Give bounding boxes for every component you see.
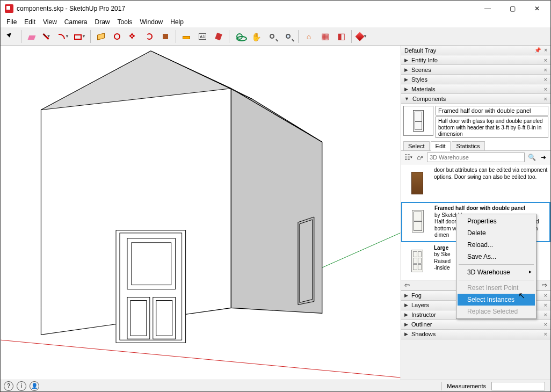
menu-delete[interactable]: Delete bbox=[458, 227, 535, 239]
paint-tool-icon[interactable] bbox=[211, 29, 226, 44]
menu-view[interactable]: View bbox=[39, 17, 61, 27]
view-mode-icon[interactable]: ☷▾ bbox=[403, 153, 413, 162]
menu-edit[interactable]: Edit bbox=[20, 17, 39, 27]
pushpull-tool-icon[interactable] bbox=[93, 29, 108, 44]
menu-window[interactable]: Window bbox=[136, 17, 167, 27]
window-title: components.skp - SketchUp Pro 2017 bbox=[17, 5, 475, 12]
scale-tool-icon[interactable] bbox=[158, 29, 173, 44]
menu-properties[interactable]: Properties bbox=[458, 215, 535, 227]
rectangle-tool-icon[interactable]: ▼ bbox=[73, 29, 88, 44]
panel-outliner[interactable]: ▶Outliner× bbox=[401, 320, 550, 330]
house-drawing bbox=[1, 46, 401, 380]
measurements-input[interactable] bbox=[491, 382, 545, 390]
select-tool-icon[interactable] bbox=[3, 29, 18, 44]
rotate-tool-icon[interactable] bbox=[142, 29, 157, 44]
component-preview bbox=[403, 106, 433, 136]
menu-tools[interactable]: Tools bbox=[114, 17, 136, 27]
minimize-button[interactable]: — bbox=[475, 1, 500, 17]
menu-draw[interactable]: Draw bbox=[91, 17, 114, 27]
context-menu: Properties Delete Reload... Save As... 3… bbox=[456, 214, 536, 319]
main-toolbar: ▼ ▼ ▼ ✥ A1 ✋ ⌂ ▦ ◧ ▼ bbox=[1, 27, 550, 46]
forward-icon[interactable]: ➜ bbox=[539, 153, 548, 162]
layout-icon[interactable]: ◧ bbox=[334, 29, 349, 44]
app-icon bbox=[5, 4, 13, 13]
component-tabs: Select Edit Statistics bbox=[401, 140, 550, 151]
tray-header[interactable]: Default Tray 📌× bbox=[401, 46, 550, 55]
line-tool-icon[interactable]: ▼ bbox=[40, 29, 55, 44]
svg-marker-15 bbox=[300, 220, 313, 303]
status-bar: ? i 👤 Measurements bbox=[1, 380, 550, 391]
tray-title: Default Tray bbox=[404, 47, 436, 54]
forward-nav-icon[interactable]: ⇨ bbox=[542, 281, 547, 289]
warehouse-icon[interactable]: ⌂ bbox=[301, 29, 316, 44]
zoom-tool-icon[interactable] bbox=[264, 29, 279, 44]
measurements-label: Measurements bbox=[441, 383, 491, 389]
component-name-input[interactable] bbox=[436, 106, 548, 115]
close-button[interactable]: ✕ bbox=[525, 1, 549, 17]
move-tool-icon[interactable]: ✥ bbox=[126, 29, 141, 44]
zoom-extents-icon[interactable] bbox=[280, 29, 295, 44]
panel-close-icon[interactable]: × bbox=[544, 57, 547, 63]
panel-scenes[interactable]: ▶Scenes× bbox=[401, 65, 550, 75]
panel-styles[interactable]: ▶Styles× bbox=[401, 75, 550, 84]
menu-select-instances[interactable]: Select Instances bbox=[458, 294, 535, 306]
offset-tool-icon[interactable] bbox=[110, 29, 125, 44]
menu-replace-selected: Replace Selected bbox=[458, 306, 535, 317]
list-item[interactable]: door but attributes can be edited via co… bbox=[401, 164, 550, 202]
component-desc-input[interactable]: Half door with glass top and double pane… bbox=[436, 117, 548, 138]
menu-help[interactable]: Help bbox=[166, 17, 187, 27]
panel-entity-info[interactable]: ▶Entity Info× bbox=[401, 55, 550, 65]
menu-camera[interactable]: Camera bbox=[61, 17, 91, 27]
search-icon[interactable]: 🔍 bbox=[527, 153, 536, 162]
back-icon[interactable]: ⇦ bbox=[404, 281, 410, 289]
menu-3dwarehouse[interactable]: 3D Warehouse▸ bbox=[458, 266, 535, 278]
maximize-button[interactable]: ▢ bbox=[500, 1, 525, 17]
panel-components[interactable]: ▼Components× bbox=[401, 94, 550, 104]
window-titlebar: components.skp - SketchUp Pro 2017 — ▢ ✕ bbox=[1, 1, 550, 17]
ruby-console-icon[interactable]: ▼ bbox=[354, 29, 369, 44]
arc-tool-icon[interactable]: ▼ bbox=[56, 29, 71, 44]
tab-edit[interactable]: Edit bbox=[431, 141, 451, 151]
default-tray: Default Tray 📌× ▶Entity Info× ▶Scenes× ▶… bbox=[401, 46, 550, 380]
text-tool-icon[interactable]: A1 bbox=[195, 29, 210, 44]
tab-select[interactable]: Select bbox=[403, 141, 430, 150]
extension-icon[interactable]: ▦ bbox=[317, 29, 332, 44]
pin-icon[interactable]: 📌 bbox=[534, 47, 541, 53]
home-icon[interactable]: ⌂▾ bbox=[415, 153, 425, 162]
person-icon[interactable]: 👤 bbox=[30, 381, 39, 391]
menubar: File Edit View Camera Draw Tools Window … bbox=[1, 17, 550, 27]
model-viewport[interactable] bbox=[1, 46, 401, 380]
svg-line-0 bbox=[1, 340, 401, 378]
panel-shadows[interactable]: ▶Shadows× bbox=[401, 330, 550, 339]
svg-rect-8 bbox=[127, 238, 176, 289]
eraser-tool-icon[interactable] bbox=[24, 29, 39, 44]
tray-close-icon[interactable]: × bbox=[544, 47, 547, 53]
orbit-tool-icon[interactable] bbox=[232, 29, 247, 44]
geo-icon[interactable]: i bbox=[17, 381, 26, 391]
tape-tool-icon[interactable] bbox=[179, 29, 194, 44]
panel-materials[interactable]: ▶Materials× bbox=[401, 84, 550, 94]
menu-reset-insert: Reset Insert Point bbox=[458, 282, 535, 294]
menu-file[interactable]: File bbox=[3, 17, 20, 27]
tab-statistics[interactable]: Statistics bbox=[452, 141, 485, 150]
menu-saveas[interactable]: Save As... bbox=[458, 251, 535, 263]
help-icon[interactable]: ? bbox=[4, 381, 13, 391]
search-input[interactable] bbox=[427, 153, 525, 162]
menu-reload[interactable]: Reload... bbox=[458, 239, 535, 251]
pan-tool-icon[interactable]: ✋ bbox=[248, 29, 263, 44]
